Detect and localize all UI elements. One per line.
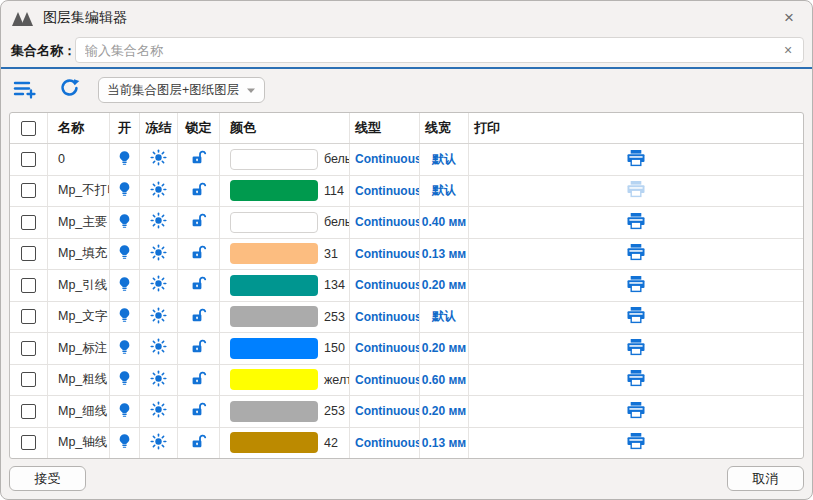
layer-print-toggle[interactable] <box>626 275 646 296</box>
linetype-value[interactable]: Continuous <box>355 373 420 387</box>
row-checkbox[interactable] <box>21 215 36 230</box>
linetype-value[interactable]: Continuous <box>355 215 420 229</box>
color-swatch[interactable] <box>230 180 318 201</box>
app-logo-icon <box>11 11 35 26</box>
lineweight-value[interactable]: 0.20 мм <box>422 404 466 418</box>
layer-name: Mp_文字 <box>58 308 107 325</box>
layer-on-toggle[interactable] <box>117 244 132 263</box>
layer-on-toggle[interactable] <box>117 433 132 452</box>
layer-freeze-toggle[interactable] <box>150 181 167 201</box>
row-checkbox[interactable] <box>21 435 36 450</box>
color-swatch[interactable] <box>230 369 318 390</box>
color-swatch[interactable] <box>230 432 318 453</box>
layer-lock-toggle[interactable] <box>190 244 207 264</box>
layer-lock-toggle[interactable] <box>190 307 207 327</box>
layer-freeze-toggle[interactable] <box>150 370 167 390</box>
row-checkbox[interactable] <box>21 341 36 356</box>
cancel-button[interactable]: 取消 <box>727 466 804 491</box>
layer-freeze-toggle[interactable] <box>150 149 167 169</box>
layer-freeze-toggle[interactable] <box>150 307 167 327</box>
close-icon[interactable]: × <box>776 5 802 31</box>
color-swatch[interactable] <box>230 401 318 422</box>
printer-icon <box>626 432 646 453</box>
layer-print-toggle[interactable] <box>626 243 646 264</box>
header-linetype: 线型 <box>350 113 420 143</box>
linetype-value[interactable]: Continuous <box>355 310 420 324</box>
color-swatch[interactable] <box>230 243 318 264</box>
layer-lock-toggle[interactable] <box>190 370 207 390</box>
layer-print-toggle[interactable] <box>626 306 646 327</box>
layer-print-toggle[interactable] <box>626 369 646 390</box>
color-swatch[interactable] <box>230 212 318 233</box>
lineweight-value[interactable]: 默认 <box>432 151 456 168</box>
linetype-value[interactable]: Continuous <box>355 404 420 418</box>
layer-lock-toggle[interactable] <box>190 181 207 201</box>
layer-on-toggle[interactable] <box>117 181 132 200</box>
layer-lock-toggle[interactable] <box>190 401 207 421</box>
layer-print-toggle[interactable] <box>626 401 646 422</box>
layer-lock-toggle[interactable] <box>190 338 207 358</box>
add-layer-set-button[interactable] <box>11 77 39 104</box>
accept-button[interactable]: 接受 <box>9 466 86 491</box>
color-swatch[interactable] <box>230 306 318 327</box>
layer-print-toggle[interactable] <box>626 149 646 170</box>
lineweight-value[interactable]: 默认 <box>432 182 456 199</box>
color-swatch[interactable] <box>230 149 318 170</box>
layer-on-toggle[interactable] <box>117 370 132 389</box>
layer-on-toggle[interactable] <box>117 402 132 421</box>
color-swatch[interactable] <box>230 275 318 296</box>
linetype-value[interactable]: Continuous <box>355 184 420 198</box>
sun-icon <box>150 212 167 232</box>
select-all-checkbox[interactable] <box>21 121 36 136</box>
sun-icon <box>150 244 167 264</box>
row-checkbox[interactable] <box>21 246 36 261</box>
layer-name: Mp_主要 <box>58 214 107 231</box>
lineweight-value[interactable]: 0.20 мм <box>422 341 466 355</box>
layer-lock-toggle[interactable] <box>190 212 207 232</box>
layer-lock-toggle[interactable] <box>190 149 207 169</box>
layer-freeze-toggle[interactable] <box>150 338 167 358</box>
lineweight-value[interactable]: 0.40 мм <box>422 215 466 229</box>
table-row: Mp_细线 <box>10 395 803 427</box>
linetype-value[interactable]: Continuous <box>355 436 420 450</box>
layer-freeze-toggle[interactable] <box>150 275 167 295</box>
row-checkbox[interactable] <box>21 183 36 198</box>
lineweight-value[interactable]: 默认 <box>432 308 456 325</box>
layer-freeze-toggle[interactable] <box>150 244 167 264</box>
set-name-input[interactable] <box>75 37 804 63</box>
layer-on-toggle[interactable] <box>117 307 132 326</box>
clear-input-icon[interactable]: × <box>778 40 798 60</box>
layer-on-toggle[interactable] <box>117 339 132 358</box>
lineweight-value[interactable]: 0.13 мм <box>422 247 466 261</box>
layer-lock-toggle[interactable] <box>190 275 207 295</box>
row-checkbox[interactable] <box>21 309 36 324</box>
layer-freeze-toggle[interactable] <box>150 433 167 453</box>
layer-filter-dropdown[interactable]: 当前集合图层+图纸图层 <box>98 77 265 103</box>
row-checkbox[interactable] <box>21 152 36 167</box>
lineweight-value[interactable]: 0.60 мм <box>422 373 466 387</box>
set-name-label: 集合名称： <box>11 42 76 60</box>
layer-name: 0 <box>58 152 65 166</box>
table-row: Mp_主要 <box>10 206 803 238</box>
layer-print-toggle[interactable] <box>626 432 646 453</box>
lineweight-value[interactable]: 0.20 мм <box>422 278 466 292</box>
lineweight-value[interactable]: 0.13 мм <box>422 436 466 450</box>
linetype-value[interactable]: Continuous <box>355 152 420 166</box>
layer-print-toggle[interactable] <box>626 180 646 201</box>
layer-freeze-toggle[interactable] <box>150 401 167 421</box>
layer-print-toggle[interactable] <box>626 338 646 359</box>
linetype-value[interactable]: Continuous <box>355 341 420 355</box>
layer-on-toggle[interactable] <box>117 276 132 295</box>
refresh-button[interactable] <box>57 76 82 104</box>
layer-on-toggle[interactable] <box>117 150 132 169</box>
layer-on-toggle[interactable] <box>117 213 132 232</box>
row-checkbox[interactable] <box>21 404 36 419</box>
row-checkbox[interactable] <box>21 278 36 293</box>
row-checkbox[interactable] <box>21 372 36 387</box>
linetype-value[interactable]: Continuous <box>355 247 420 261</box>
layer-lock-toggle[interactable] <box>190 433 207 453</box>
layer-print-toggle[interactable] <box>626 212 646 233</box>
linetype-value[interactable]: Continuous <box>355 278 420 292</box>
layer-freeze-toggle[interactable] <box>150 212 167 232</box>
color-swatch[interactable] <box>230 338 318 359</box>
